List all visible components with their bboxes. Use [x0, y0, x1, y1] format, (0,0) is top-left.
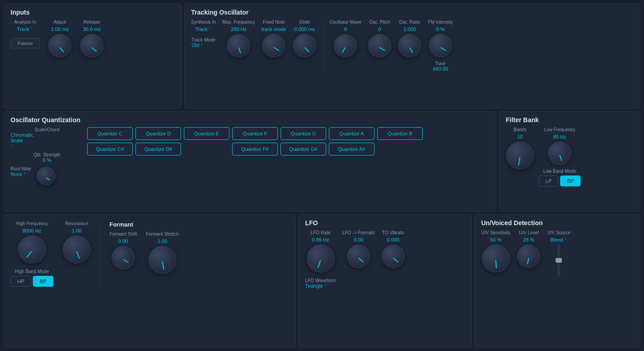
tune-value: 440.00 — [433, 66, 448, 72]
quantize-f-button[interactable]: Quantize F — [232, 127, 278, 140]
to-vibrato-knob[interactable] — [381, 244, 405, 268]
top-row: Inputs Analysis In Track ⌃ Freeze Attack… — [4, 4, 640, 108]
quantize-ds-button[interactable]: Quantize D# — [135, 143, 181, 155]
bottom-row: High Frequency 8000 Hz High Band Mode HP… — [4, 214, 640, 347]
track-mode-select[interactable]: Old ⌃ — [192, 42, 215, 48]
analysis-in-select[interactable]: Track ⌃ — [17, 26, 33, 32]
qtz-strength-label: Qtz. Strength — [10, 152, 83, 157]
osc-ratio-group: Osc. Ratio 1.000 — [398, 20, 421, 57]
osc-pitch-value: 0 — [378, 26, 381, 32]
osc-quant-panel: Oscillator Quantization Scale/Chord Chro… — [4, 111, 496, 212]
quant-content: Scale/Chord Chromatic Scale ⌃ Qtz. Stren… — [10, 127, 489, 186]
uv-level-label: U/V Level — [519, 230, 539, 235]
lfo-waveform-select[interactable]: Triangle ⌃ — [305, 283, 336, 289]
quantize-g-button[interactable]: Quantize G — [280, 127, 326, 140]
quantize-a-button[interactable]: Quantize A — [329, 127, 374, 140]
high-freq-knob[interactable] — [18, 235, 46, 263]
root-note-group: Root Note None ⌃ — [10, 166, 31, 177]
uv-level-group: U/V Level 28 % — [517, 230, 540, 276]
quantize-c-button[interactable]: Quantize C — [87, 127, 133, 140]
osc-pitch-knob[interactable] — [368, 34, 391, 57]
release-group: Release 30.0 ms — [80, 20, 104, 57]
uv-source-select[interactable]: Blend ⌃ — [550, 237, 567, 243]
attack-knob[interactable] — [48, 34, 72, 57]
max-freq-knob[interactable] — [227, 34, 250, 57]
quantize-d-button[interactable]: Quantize D — [135, 127, 181, 140]
release-knob[interactable] — [80, 34, 104, 57]
osc-wave-label: Oscillator Wave — [330, 20, 362, 25]
lp-button[interactable]: LP — [539, 176, 558, 186]
bottom-left-content: High Frequency 8000 Hz High Band Mode HP… — [10, 221, 289, 287]
osc-wave-knob[interactable] — [333, 34, 357, 57]
lfo-formant-knob[interactable] — [347, 244, 370, 268]
formant-shift-knob[interactable] — [111, 246, 135, 269]
fm-intensity-knob[interactable] — [429, 34, 452, 57]
formant-stretch-value: 1.00 — [157, 238, 167, 244]
track-mode-label: Track Mode — [192, 37, 215, 42]
release-label: Release — [83, 20, 100, 25]
bottom-bp-button[interactable]: BP — [33, 276, 53, 287]
synthesis-in-group: Synthesis In Track ⌃ Track Mode Old ⌃ — [191, 20, 216, 48]
divider-1 — [323, 20, 323, 72]
formant-stretch-knob[interactable] — [148, 246, 177, 274]
synthesis-in-select[interactable]: Track ⌃ — [195, 26, 212, 32]
fixed-note-knob[interactable] — [262, 34, 286, 57]
fm-intensity-label: FM Intensity — [428, 20, 452, 25]
glide-value: 0.000 ms — [294, 26, 315, 32]
qtz-strength-group: Qtz. Strength 0 % — [10, 152, 83, 163]
quant-left: Scale/Chord Chromatic Scale ⌃ Qtz. Stren… — [10, 127, 83, 186]
bands-knob[interactable] — [506, 141, 534, 170]
glide-group: Glide 0.000 ms — [293, 20, 317, 57]
hp-button[interactable]: HP — [10, 276, 31, 287]
quantize-gs-button[interactable]: Quantize G# — [280, 143, 326, 155]
low-freq-knob[interactable] — [548, 141, 571, 165]
fm-intensity-group: FM Intensity 0 % Tune 440.00 — [428, 20, 452, 72]
bands-group: Bands 10 — [506, 127, 534, 170]
glide-knob[interactable] — [293, 34, 317, 57]
lfo-waveform-arrow: ⌃ — [324, 284, 327, 288]
middle-row: Oscillator Quantization Scale/Chord Chro… — [4, 111, 640, 212]
resonance-knob[interactable] — [62, 235, 91, 263]
scale-chord-select[interactable]: Chromatic — [10, 132, 83, 138]
quantize-as-button[interactable]: Quantize A# — [329, 143, 374, 155]
root-note-select[interactable]: None ⌃ — [10, 171, 31, 177]
qtz-strength-knob[interactable] — [36, 166, 56, 186]
attack-value: 1.00 ms — [51, 26, 69, 32]
filter-right: Low Frequency 80 Hz Low Band Mode LP BP — [539, 127, 581, 186]
to-vibrato-value: 0.000 — [387, 237, 400, 243]
uv-slider-thumb[interactable] — [556, 258, 562, 263]
uv-source-label: U/V Source — [547, 230, 570, 235]
lfo-rate-knob[interactable] — [306, 244, 335, 273]
quantize-fs-button[interactable]: Quantize F# — [232, 143, 278, 155]
uv-level-knob[interactable] — [517, 244, 540, 268]
high-freq-panel: High Frequency 8000 Hz High Band Mode HP… — [4, 214, 296, 347]
uv-sensitivity-label: U/V Sensitivity — [481, 230, 510, 235]
quantize-cs-button[interactable]: Quantize C# — [87, 143, 133, 155]
uv-content: U/V Sensitivity 50 % U/V Level 28 % U/V … — [481, 230, 634, 276]
analysis-in-group: Analysis In Track ⌃ Freeze — [10, 20, 40, 48]
freeze-button[interactable]: Freeze — [10, 38, 40, 48]
quantize-e-button[interactable]: Quantize E — [184, 127, 229, 140]
fixed-note-group: Fixed Note track mode — [261, 20, 286, 57]
osc-pitch-group: Osc. Pitch 0 — [368, 20, 391, 57]
quant-buttons: Quantize C Quantize D Quantize E Quantiz… — [87, 127, 489, 186]
lfo-panel: LFO LFO Rate 0.99 Hz LFO Waveform Triang… — [298, 214, 472, 347]
uv-sensitivity-knob[interactable] — [482, 244, 510, 273]
osc-ratio-value: 1.000 — [404, 26, 416, 32]
lfo-rate-label: LFO Rate — [311, 230, 330, 235]
uv-slider-track[interactable] — [557, 244, 560, 276]
high-freq-label: High Frequency — [16, 221, 48, 226]
bp-button[interactable]: BP — [560, 176, 581, 186]
analysis-in-label: Analysis In — [14, 20, 36, 25]
tune-group: Tune 440.00 — [433, 61, 448, 72]
osc-wave-group: Oscillator Wave 0 — [330, 20, 362, 57]
root-note-label: Root Note — [10, 166, 31, 171]
uv-sensitivity-value: 50 % — [490, 237, 502, 243]
high-freq-group: High Frequency 8000 Hz High Band Mode HP… — [10, 221, 53, 287]
lfo-waveform-group: LFO Waveform Triangle ⌃ — [305, 278, 336, 289]
quantize-b-button[interactable]: Quantize B — [377, 127, 423, 140]
release-value: 30.0 ms — [83, 26, 101, 32]
attack-group: Attack 1.00 ms — [48, 20, 72, 57]
osc-ratio-knob[interactable] — [398, 34, 421, 57]
formant-section: Formant Formant Shift 0.00 Formant Stret… — [109, 221, 179, 274]
